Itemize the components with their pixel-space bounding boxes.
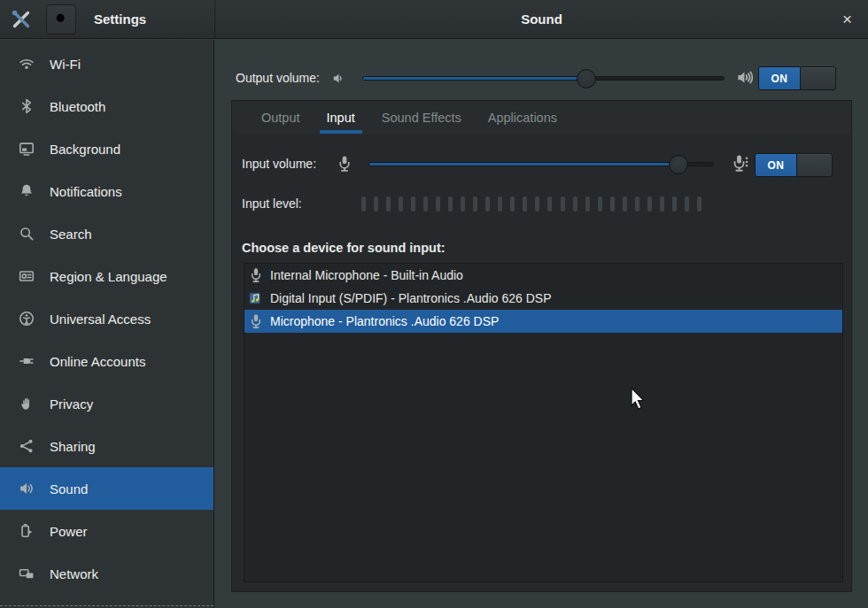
sidebar-item-bluetooth[interactable]: Bluetooth [0, 85, 213, 127]
level-segment [610, 196, 615, 212]
tab-sound-effects[interactable]: Sound Effects [368, 101, 475, 134]
sidebar-item-background[interactable]: Background [0, 127, 213, 170]
sidebar-item-label: Sharing [50, 439, 96, 454]
slider-fill [369, 163, 678, 165]
level-segment [448, 196, 453, 212]
sidebar-item-label: Online Accounts [50, 354, 145, 369]
sharing-icon [19, 438, 35, 454]
level-segment [436, 196, 440, 212]
sidebar-item-label: Sound [50, 481, 88, 496]
level-segment [660, 196, 664, 212]
device-row-digital-input-s-pdif-plantronics-audio-626-dsp[interactable]: Digital Input (S/PDIF) - Plantronics .Au… [244, 287, 842, 310]
level-segment [411, 196, 415, 212]
level-segment [473, 196, 477, 212]
app-title: Settings [94, 12, 146, 27]
sound-notebook: OutputInputSound EffectsApplications Inp… [231, 100, 852, 592]
microphone-icon [248, 313, 264, 329]
mic-low-icon [336, 155, 353, 173]
search-icon [19, 226, 35, 242]
level-segment [386, 196, 391, 212]
search-button[interactable] [46, 4, 76, 35]
wifi-icon [19, 56, 35, 72]
device-label: Digital Input (S/PDIF) - Plantronics .Au… [270, 291, 551, 305]
level-segment [672, 196, 677, 212]
input-device-list[interactable]: Internal Microphone - Built-in AudioDigi… [244, 263, 843, 582]
toggle-on-label: ON [759, 67, 800, 89]
sidebar-item-sound[interactable]: Sound [0, 467, 213, 510]
level-segment [423, 196, 428, 212]
background-icon [19, 141, 35, 157]
header-right-section: Sound × [215, 0, 868, 38]
sidebar-item-label: Notifications [50, 184, 122, 199]
toggle-knob[interactable] [796, 154, 832, 176]
sidebar-item-label: Power [50, 524, 88, 539]
input-volume-slider[interactable] [368, 162, 714, 166]
level-segment [374, 196, 378, 212]
sidebar-item-label: Wi-Fi [50, 57, 81, 72]
sidebar-item-network[interactable]: Network [0, 552, 213, 595]
sidebar-item-notifications[interactable]: Notifications [0, 170, 213, 212]
power-icon [19, 523, 35, 539]
device-label: Internal Microphone - Built-in Audio [270, 268, 463, 282]
region-icon [19, 268, 35, 284]
volume-high-icon [736, 68, 755, 87]
mic-high-icon [732, 154, 750, 173]
sidebar-item-label: Bluetooth [50, 99, 105, 114]
sidebar-item-label: Network [50, 566, 98, 581]
main-panel: Output volume: ON OutputInputSound Effec… [215, 40, 868, 608]
sidebar-item-label: Privacy [50, 396, 93, 412]
level-segment [535, 196, 539, 212]
close-icon[interactable]: × [839, 0, 856, 39]
sidebar-item-universal-access[interactable]: Universal Access [0, 297, 213, 340]
notifications-icon [19, 183, 35, 199]
level-segment [485, 196, 490, 212]
tab-applications[interactable]: Applications [475, 101, 570, 134]
output-volume-slider[interactable] [362, 76, 725, 81]
panel-title: Sound [521, 12, 562, 27]
level-segment [697, 196, 701, 212]
device-label: Microphone - Plantronics .Audio 626 DSP [270, 314, 499, 328]
sound-icon [19, 481, 35, 496]
sidebar-item-power[interactable]: Power [0, 510, 213, 552]
level-segment [635, 196, 639, 212]
output-volume-label: Output volume: [236, 71, 320, 85]
window-body: Wi-FiBluetoothBackgroundNotificationsSea… [0, 40, 868, 608]
level-segment [547, 196, 552, 212]
toggle-knob[interactable] [800, 67, 835, 89]
level-segment [399, 196, 403, 212]
header-left-section: Settings [0, 0, 215, 38]
header-bar: Settings Sound × [0, 0, 868, 39]
level-segment [523, 196, 527, 212]
sidebar-item-sharing[interactable]: Sharing [0, 425, 213, 467]
sidebar-item-label: Region & Language [50, 269, 167, 284]
microphone-icon [248, 267, 264, 283]
level-segment [573, 196, 577, 212]
sidebar-item-wi-fi[interactable]: Wi-Fi [0, 42, 213, 85]
sidebar-item-search[interactable]: Search [0, 212, 213, 255]
input-mute-toggle[interactable]: ON [755, 153, 833, 177]
level-segment [623, 196, 627, 212]
output-mute-toggle[interactable]: ON [758, 66, 836, 90]
tab-output[interactable]: Output [248, 101, 314, 134]
input-volume-label: Input volume: [242, 157, 316, 171]
tab-bar: OutputInputSound EffectsApplications [232, 101, 851, 134]
slider-knob[interactable] [577, 69, 596, 89]
sidebar-item-online-accounts[interactable]: Online Accounts [0, 340, 213, 382]
sidebar-item-label: Search [50, 227, 92, 242]
input-level-meter [361, 196, 701, 212]
slider-knob[interactable] [669, 155, 688, 174]
device-row-microphone-plantronics-audio-626-dsp[interactable]: Microphone - Plantronics .Audio 626 DSP [244, 310, 842, 333]
sidebar-item-privacy[interactable]: Privacy [0, 382, 213, 425]
settings-app-icon [10, 8, 33, 31]
device-row-internal-microphone-built-in-audio[interactable]: Internal Microphone - Built-in Audio [244, 264, 842, 287]
sidebar: Wi-FiBluetoothBackgroundNotificationsSea… [0, 40, 214, 608]
toggle-on-label: ON [756, 154, 796, 176]
level-segment [598, 196, 602, 212]
bluetooth-icon [19, 98, 35, 114]
online-accounts-icon [19, 353, 35, 369]
level-segment [561, 196, 565, 212]
sidebar-item-region-language[interactable]: Region & Language [0, 255, 213, 297]
level-segment [461, 196, 465, 212]
choose-device-label: Choose a device for sound input: [242, 241, 446, 255]
tab-input[interactable]: Input [314, 101, 368, 134]
